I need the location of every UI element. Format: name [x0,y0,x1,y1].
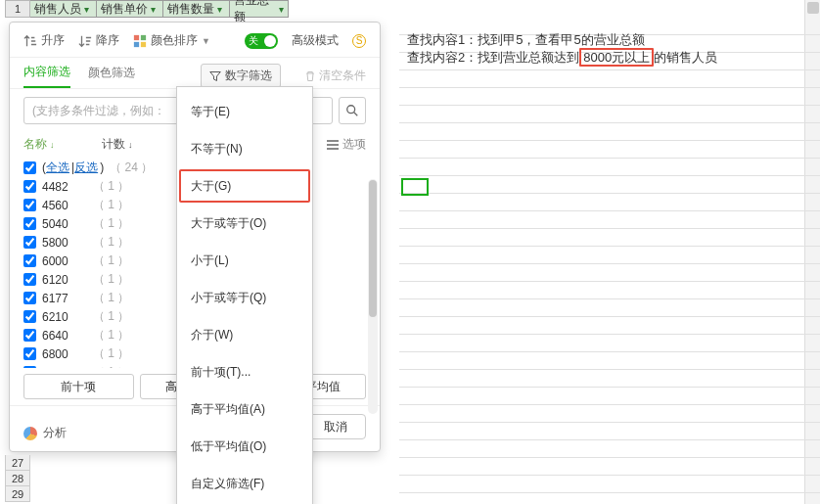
menu-above-avg[interactable]: 高于平均值(A) [177,390,312,428]
pie-chart-icon [23,427,37,440]
item-count: （ 1 ） [93,290,129,306]
row-numbers-bottom: 27 28 29 [5,455,30,502]
item-checkbox[interactable] [23,180,36,193]
item-count: （ 1 ） [93,345,129,362]
menu-greater-equal[interactable]: 大于或等于(O) [177,205,312,242]
menu-greater-than[interactable]: 大于(G) [177,167,312,205]
item-count: （ 1 ） [93,197,129,213]
row-number[interactable]: 28 [5,471,30,486]
item-value: 6210 [42,310,87,324]
item-checkbox[interactable] [23,236,36,249]
menu-custom[interactable]: 自定义筛选(F) [177,465,312,502]
highlighted-amount: 8000元以上 [579,48,654,67]
col-header-sales-person[interactable]: 销售人员▾ [30,0,97,18]
item-checkbox[interactable] [23,292,36,304]
sort-asc-icon [23,34,37,48]
tab-color-filter[interactable]: 颜色筛选 [88,65,135,87]
menu-between[interactable]: 介于(W) [177,316,312,353]
item-count: （ 1 ） [93,252,129,269]
col-label: 销售人员 [34,1,81,18]
col-label: 销售数量 [167,1,214,18]
select-all-checkbox[interactable] [23,161,36,174]
tab-content-filter[interactable]: 内容筛选 [23,64,70,88]
advanced-mode-toggle[interactable] [245,33,278,49]
clear-label: 清空条件 [319,68,366,84]
filter-tabs: 内容筛选 颜色筛选 数字筛选 清空条件 [10,58,380,89]
cancel-button[interactable]: 取消 [305,414,366,439]
sort-desc-icon [78,34,92,48]
item-checkbox[interactable] [23,217,36,230]
header-count[interactable]: 计数↓ [102,136,170,153]
col-header-quantity[interactable]: 销售数量▾ [163,0,230,18]
search-button[interactable] [339,97,366,124]
item-count: （ 1 ） [93,215,129,232]
item-count: （ 1 ） [93,178,129,195]
list-scrollbar[interactable] [368,179,378,414]
scroll-up-arrow[interactable] [807,2,819,14]
item-count: （ 1 ） [93,308,129,325]
filter-drop-icon: ▾ [84,4,89,15]
menu-top10[interactable]: 前十项(T)... [177,353,312,390]
item-value: 6640 [42,329,87,343]
column-header-row: 1 销售人员▾ 销售单价▾ 销售数量▾ 营业总额▾ [5,0,289,18]
clear-conditions-button[interactable]: 清空条件 [304,68,366,84]
svg-point-4 [347,106,355,114]
svg-rect-0 [134,34,139,39]
item-count: （ 1 ） [93,327,129,344]
item-checkbox[interactable] [23,329,36,342]
annotation-line1: 查找内容1：找到甲5，查看甲5的营业总额 [407,31,717,49]
item-value: 6177 [42,292,87,305]
trash-icon [304,70,316,82]
filter-drop-icon: ▾ [217,4,222,15]
item-checkbox[interactable] [23,347,36,360]
color-sort-button[interactable]: 颜色排序 ▼ [133,32,210,49]
select-all-count: （ 24 ） [110,160,153,176]
sort-desc-button[interactable]: 降序 [78,32,119,49]
selected-cell[interactable] [401,178,429,196]
premium-icon: S [352,34,366,48]
menu-not-equal[interactable]: 不等于(N) [177,130,312,167]
menu-below-avg[interactable]: 低于平均值(O) [177,428,312,465]
number-filter-button[interactable]: 数字筛选 [201,64,281,88]
search-icon [345,104,359,117]
svg-rect-1 [141,34,146,39]
sort-asc-label: 升序 [41,32,65,49]
item-count: （ 1 ） [93,234,129,251]
chevron-down-icon: ▼ [202,36,210,46]
item-checkbox[interactable] [23,199,36,211]
sort-asc-button[interactable]: 升序 [23,32,65,49]
menu-less-equal[interactable]: 小于或等于(Q) [177,279,312,316]
svg-rect-2 [134,41,139,46]
options-icon [327,140,339,150]
item-checkbox[interactable] [23,273,36,286]
top10-button[interactable]: 前十项 [23,374,134,399]
funnel-icon [209,70,221,82]
select-all-link[interactable]: 全选 [46,160,69,174]
item-value: 6120 [42,273,87,287]
col-header-total[interactable]: 营业总额▾ [230,0,289,18]
item-value: 5800 [42,236,87,250]
advanced-mode-label: 高级模式 [292,32,339,49]
item-value: 4482 [42,180,87,194]
item-value: 6000 [42,254,87,268]
number-filter-label: 数字筛选 [225,68,272,84]
sheet-area[interactable] [399,18,820,504]
row-number-1[interactable]: 1 [5,0,30,18]
header-name[interactable]: 名称↓ [23,136,92,153]
item-checkbox[interactable] [23,254,36,267]
sort-desc-label: 降序 [96,32,119,49]
scrollbar-thumb[interactable] [369,180,377,317]
item-value: 4560 [42,199,87,212]
analysis-button[interactable]: 分析 [23,425,67,441]
row-number[interactable]: 29 [5,486,30,502]
menu-equal[interactable]: 等于(E) [177,93,312,130]
number-filter-menu: 等于(E) 不等于(N) 大于(G) 大于或等于(O) 小于(L) 小于或等于(… [176,86,313,504]
color-sort-label: 颜色排序 [151,32,198,49]
col-header-unit-price[interactable]: 销售单价▾ [97,0,163,18]
row-number[interactable]: 27 [5,455,30,471]
invert-link[interactable]: 反选 [74,160,98,174]
item-checkbox[interactable] [23,310,36,323]
menu-less-than[interactable]: 小于(L) [177,242,312,279]
annotation-line2: 查找内容2：找到营业总额达到8000元以上的销售人员 [407,49,717,67]
header-options[interactable]: 选项 [327,136,366,153]
